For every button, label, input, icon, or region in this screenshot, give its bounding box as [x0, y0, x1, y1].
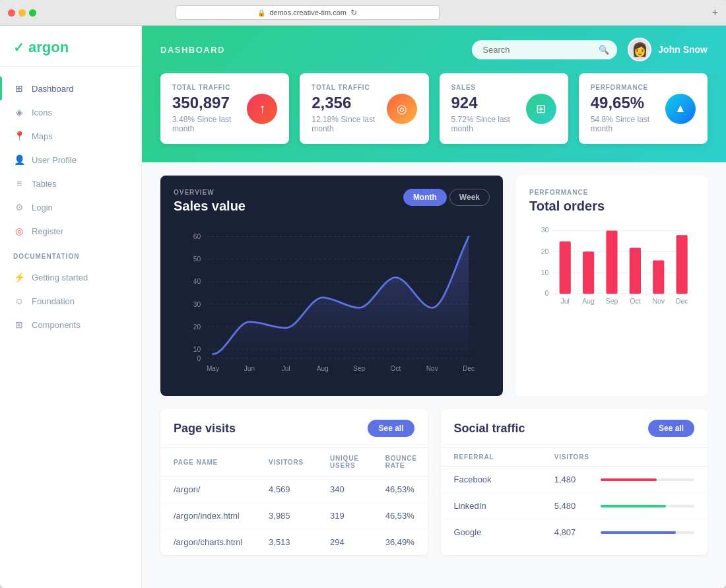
svg-text:Jul: Jul — [560, 297, 569, 305]
svg-text:Nov: Nov — [652, 297, 665, 305]
stat-info: SALES 924 5.72% Since last month — [451, 84, 526, 133]
col-visitors: VISITORS — [554, 453, 594, 461]
svg-text:30: 30 — [193, 301, 201, 308]
logo-text: argon — [28, 39, 69, 56]
change-percent: 5.72% — [451, 115, 474, 124]
sidebar-item-dashboard[interactable]: ⊞ Dashboard — [0, 77, 141, 100]
svg-rect-31 — [583, 251, 594, 294]
stat-icon: ◎ — [387, 94, 417, 124]
sidebar-item-label: Register — [32, 226, 63, 236]
user-info[interactable]: 👩 John Snow — [628, 38, 708, 61]
change-percent: 54.8% — [591, 115, 613, 124]
browser-chrome: 🔒 demos.creative-tim.com ↻ + — [0, 0, 726, 26]
url-bar[interactable]: 🔒 demos.creative-tim.com ↻ — [176, 5, 440, 20]
total-orders-card: PERFORMANCE Total orders — [516, 176, 708, 396]
user-icon: 👤 — [13, 154, 25, 166]
svg-rect-32 — [606, 231, 617, 294]
svg-text:50: 50 — [193, 255, 201, 263]
header-right: 🔍 👩 John Snow — [472, 38, 708, 61]
refresh-icon[interactable]: ↻ — [350, 8, 357, 17]
social-traffic-card: Social traffic See all REFERRAL VISITORS… — [441, 409, 708, 555]
dashboard-icon: ⊞ — [13, 82, 25, 94]
table-row: /argon/ 4,569 340 46,53% — [160, 476, 428, 503]
stat-card-traffic2: TOTAL TRAFFIC 2,356 12.18% Since last mo… — [300, 73, 428, 144]
chart-toggle: Month Week — [403, 189, 490, 206]
referral-visitors: 4,807 — [554, 527, 594, 537]
search-box[interactable]: 🔍 — [472, 40, 617, 59]
browser-window: 🔒 demos.creative-tim.com ↻ + ✓ argon ⊞ D… — [0, 0, 726, 588]
sidebar-item-register[interactable]: ◎ Register — [0, 219, 141, 243]
chart-header: OVERVIEW Sales value Month Week — [174, 189, 490, 214]
sidebar-item-tables[interactable]: ≡ Tables — [0, 172, 141, 195]
month-toggle[interactable]: Month — [403, 189, 447, 206]
social-row-facebook: Facebook 1,480 — [441, 467, 708, 493]
stat-card-traffic1: TOTAL TRAFFIC 350,897 3.48% Since last m… — [160, 73, 289, 144]
svg-rect-33 — [630, 247, 641, 294]
stat-change: 54.8% Since last month — [591, 115, 665, 133]
social-header: REFERRAL VISITORS — [441, 448, 708, 467]
sidebar-item-label: Getting started — [32, 273, 88, 282]
svg-text:30: 30 — [541, 226, 549, 234]
stat-label: SALES — [451, 84, 526, 91]
maximize-dot[interactable] — [29, 9, 36, 16]
tables-section: Page visits See all PAGE NAME VISITORS U… — [142, 409, 726, 568]
perf-subtitle: PERFORMANCE — [529, 189, 694, 196]
stat-value: 924 — [451, 94, 526, 112]
sidebar-item-user-profile[interactable]: 👤 User Profile — [0, 148, 141, 172]
svg-text:0: 0 — [544, 289, 548, 297]
close-dot[interactable] — [8, 9, 15, 16]
url-text: demos.creative-tim.com — [269, 9, 346, 16]
svg-text:Aug: Aug — [317, 365, 329, 372]
svg-text:20: 20 — [193, 323, 201, 331]
sidebar-item-label: User Profile — [32, 155, 77, 165]
week-toggle[interactable]: Week — [449, 189, 490, 206]
svg-text:Oct: Oct — [630, 297, 640, 305]
svg-text:Sep: Sep — [606, 297, 618, 305]
page-visits-table: PAGE NAME VISITORS UNIQUE USERS BOUNCE R… — [160, 448, 428, 555]
sidebar-item-icons[interactable]: ◈ Icons — [0, 100, 141, 124]
sidebar-item-getting-started[interactable]: ⚡ Getting started — [0, 265, 141, 289]
stat-label: TOTAL TRAFFIC — [312, 84, 386, 91]
sidebar-item-login[interactable]: ⚙ Login — [0, 195, 141, 219]
bar-track — [601, 478, 694, 481]
minimize-dot[interactable] — [18, 9, 26, 16]
visitors: 4,569 — [255, 476, 317, 503]
bar-fill — [601, 505, 667, 507]
col-referral: REFERRAL — [454, 453, 554, 461]
unique-users: 319 — [317, 503, 372, 529]
search-input[interactable] — [482, 45, 593, 55]
logo-icon: ✓ — [13, 40, 24, 55]
bounce-rate: 46,53% — [372, 503, 428, 529]
register-icon: ◎ — [13, 225, 25, 237]
referral-visitors: 1,480 — [554, 474, 594, 484]
change-percent: 12.18% — [312, 115, 339, 124]
referral-visitors: 5,480 — [554, 501, 594, 511]
svg-text:Jun: Jun — [244, 365, 255, 372]
sidebar-item-components[interactable]: ⊞ Components — [0, 313, 141, 337]
stat-card-sales: SALES 924 5.72% Since last month ⊞ — [440, 73, 568, 144]
stat-icon: ▲ — [665, 94, 696, 124]
social-traffic-title: Social traffic — [454, 422, 525, 436]
svg-text:May: May — [207, 365, 220, 372]
social-traffic-header: Social traffic See all — [441, 409, 708, 448]
stat-change: 5.72% Since last month — [451, 115, 526, 133]
social-traffic-see-all[interactable]: See all — [648, 420, 694, 437]
browser-dots — [8, 9, 36, 16]
new-tab-button[interactable]: + — [712, 7, 718, 18]
stat-icon: ↑ — [247, 94, 277, 124]
user-name: John Snow — [658, 44, 708, 55]
referral-bar-container — [601, 478, 694, 481]
referral-name: Google — [454, 527, 548, 537]
page-visits-see-all[interactable]: See all — [368, 420, 414, 437]
page-title: DASHBOARD — [160, 45, 225, 55]
sidebar-item-label: Foundation — [32, 296, 75, 306]
app-container: ✓ argon ⊞ Dashboard ◈ Icons 📍 Maps — [0, 26, 726, 588]
svg-text:Dec: Dec — [676, 297, 688, 305]
stats-section: TOTAL TRAFFIC 350,897 3.48% Since last m… — [142, 73, 726, 162]
sidebar-item-maps[interactable]: 📍 Maps — [0, 124, 141, 148]
sidebar-item-foundation[interactable]: ☺ Foundation — [0, 289, 141, 313]
svg-text:10: 10 — [541, 269, 549, 277]
chart-title: Sales value — [174, 199, 246, 214]
sidebar-item-label: Login — [32, 203, 53, 212]
lock-icon: 🔒 — [257, 9, 265, 16]
